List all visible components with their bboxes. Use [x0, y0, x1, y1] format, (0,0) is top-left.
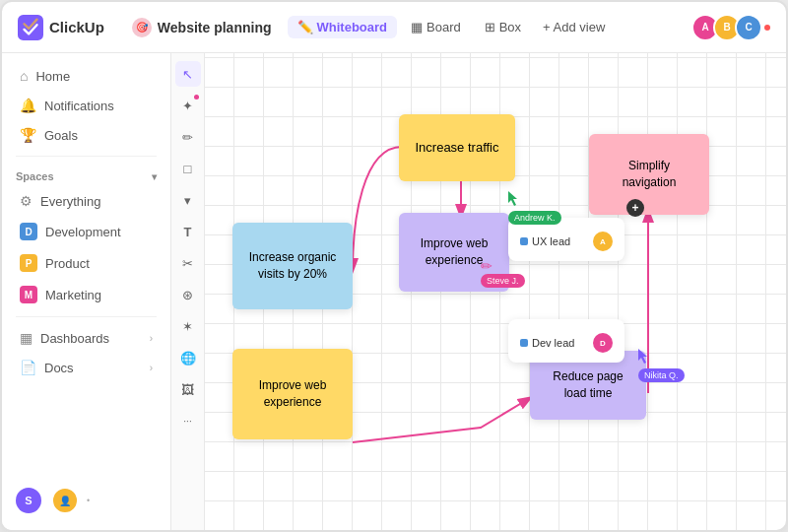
sidebar-divider-2 — [16, 316, 157, 317]
tab-box-label: Box — [499, 20, 521, 34]
sticky-reduce-page-load-text: Reduce page load time — [542, 368, 634, 402]
sidebar-item-marketing[interactable]: M Marketing — [6, 280, 166, 309]
sticky-increase-traffic[interactable]: Increase traffic — [399, 114, 515, 181]
project-icon: 🎯 — [132, 18, 152, 37]
dev-lead-row: Dev lead D — [520, 333, 613, 353]
image-tool-button[interactable]: 🖼 — [175, 376, 201, 402]
sidebar-divider-1 — [16, 156, 157, 157]
sidebar-marketing-label: Marketing — [45, 288, 101, 302]
sticky-increase-organic-text: Increase organic visits by 20% — [244, 249, 341, 283]
sidebar-item-notifications[interactable]: 🔔 Notifications — [6, 92, 166, 119]
user-avatar: S — [16, 488, 41, 513]
spaces-section: Spaces ▾ — [2, 163, 170, 186]
ux-lead-label: UX lead — [532, 235, 570, 247]
home-icon: ⌂ — [20, 68, 28, 84]
dev-lead-label: Dev lead — [532, 337, 574, 349]
card-dev-lead[interactable]: Dev lead D — [508, 319, 624, 363]
logo: ClickUp — [18, 15, 104, 40]
sidebar-docs-label: Docs — [44, 361, 74, 375]
sidebar-item-dashboards[interactable]: ▦ Dashboards › — [6, 324, 166, 352]
dev-lead-dot — [520, 339, 528, 347]
cut-tool-button[interactable]: ✂ — [175, 250, 201, 276]
shapes-tool-button[interactable]: ✦ — [175, 93, 201, 118]
app-window: ClickUp 🎯 Website planning ✏️ Whiteboard… — [0, 0, 788, 532]
tab-board-label: Board — [427, 20, 461, 34]
spaces-chevron-icon: ▾ — [152, 171, 157, 182]
sidebar-product-label: Product — [45, 256, 90, 271]
product-badge: P — [20, 254, 37, 272]
tab-whiteboard[interactable]: ✏️ Whiteboard — [288, 16, 398, 38]
sparkle-tool-button[interactable]: ✶ — [175, 313, 201, 339]
sidebar-item-goals[interactable]: 🏆 Goals — [6, 121, 166, 149]
cursor-tool-button[interactable]: ↖ — [175, 61, 201, 87]
canvas-area[interactable]: Increase traffic Improve web experience … — [205, 53, 786, 530]
cursor-nikita: Nikita Q. — [638, 349, 650, 368]
globe-tool-button[interactable]: 🌐 — [175, 345, 201, 370]
whiteboard-toolbar: ↖ ✦ ✏ □ ▾ T ✂ ⊛ ✶ 🌐 🖼 ··· — [171, 53, 205, 530]
more-tool-button[interactable]: ··· — [175, 408, 201, 433]
collaborators-avatars: A B C — [691, 14, 770, 41]
add-node-button[interactable]: + — [626, 199, 644, 217]
cursor-steve: ✏ Steve J. — [481, 258, 492, 274]
sidebar-user-area: S 👤 • — [2, 479, 170, 522]
docs-chevron-icon: › — [150, 363, 153, 373]
pen-tool-button[interactable]: ✏ — [175, 124, 201, 150]
spaces-label: Spaces — [16, 170, 54, 182]
tab-whiteboard-label: Whiteboard — [317, 20, 388, 34]
cursor-arrow-nikita — [638, 349, 650, 365]
avatar-3: C — [735, 14, 762, 41]
tab-box[interactable]: ⊞ Box — [475, 16, 531, 38]
cursor-label-nikita: Nikita Q. — [638, 368, 685, 382]
bell-icon: 🔔 — [20, 98, 36, 113]
sidebar-home-label: Home — [35, 69, 70, 84]
project-name: Website planning — [158, 20, 272, 35]
main-layout: ⌂ Home 🔔 Notifications 🏆 Goals Spaces ▾ … — [2, 53, 786, 530]
sticky-simplify-navigation-text: Simplify navigation — [601, 158, 697, 191]
cursor-label-andrew: Andrew K. — [508, 211, 561, 225]
sidebar-goals-label: Goals — [44, 128, 78, 143]
marketing-badge: M — [20, 286, 37, 303]
sidebar-dashboards-label: Dashboards — [40, 331, 109, 346]
dashboards-icon: ▦ — [20, 330, 33, 346]
connect-tool-button[interactable]: ⊛ — [175, 282, 201, 307]
tab-board[interactable]: ▦ Board — [401, 16, 471, 38]
sidebar-everything-label: Everything — [40, 194, 100, 209]
shapes-dot — [194, 95, 199, 100]
ux-lead-row: UX lead A — [520, 232, 613, 251]
pen-cursor-icon: ✏ — [481, 258, 492, 274]
goals-icon: 🏆 — [20, 127, 36, 143]
arrow-tool-button[interactable]: ▾ — [175, 187, 201, 213]
online-dot — [764, 25, 770, 31]
sidebar-item-development[interactable]: D Development — [6, 217, 166, 246]
user-photo: 👤 — [51, 487, 79, 514]
sidebar-item-product[interactable]: P Product — [6, 248, 166, 278]
sidebar-item-everything[interactable]: ⚙ Everything — [6, 187, 166, 215]
board-icon: ▦ — [411, 20, 423, 34]
top-bar: ClickUp 🎯 Website planning ✏️ Whiteboard… — [2, 2, 786, 53]
user-status-dot: • — [87, 496, 90, 505]
cursor-andrew: Andrew K. — [508, 191, 520, 211]
docs-icon: 📄 — [20, 360, 36, 375]
sticky-increase-organic[interactable]: Increase organic visits by 20% — [232, 223, 353, 309]
sidebar-notifications-label: Notifications — [44, 99, 114, 113]
sidebar-development-label: Development — [45, 225, 121, 239]
dashboards-chevron-icon: › — [150, 333, 153, 344]
rect-tool-button[interactable]: □ — [175, 156, 201, 181]
sidebar-spacer — [2, 382, 170, 479]
text-tool-button[interactable]: T — [175, 219, 201, 244]
view-tabs: ✏️ Whiteboard ▦ Board ⊞ Box + Add view — [288, 16, 614, 38]
project-title-area: 🎯 Website planning — [132, 18, 272, 37]
add-view-button[interactable]: + Add view — [535, 16, 613, 38]
whiteboard-icon: ✏️ — [297, 20, 313, 34]
box-icon: ⊞ — [485, 20, 495, 34]
sidebar-item-docs[interactable]: 📄 Docs › — [6, 354, 166, 381]
sidebar: ⌂ Home 🔔 Notifications 🏆 Goals Spaces ▾ … — [2, 53, 171, 530]
cursor-arrow-andrew — [508, 191, 520, 207]
cursor-label-steve: Steve J. — [481, 274, 525, 288]
sidebar-item-home[interactable]: ⌂ Home — [6, 62, 166, 90]
dev-lead-avatar: D — [593, 333, 613, 353]
sticky-increase-traffic-text: Increase traffic — [415, 139, 498, 157]
add-view-label: + Add view — [543, 20, 605, 34]
sticky-simplify-navigation[interactable]: Simplify navigation — [589, 134, 709, 215]
sticky-improve-web-bottom[interactable]: Improve web experience — [232, 349, 353, 439]
